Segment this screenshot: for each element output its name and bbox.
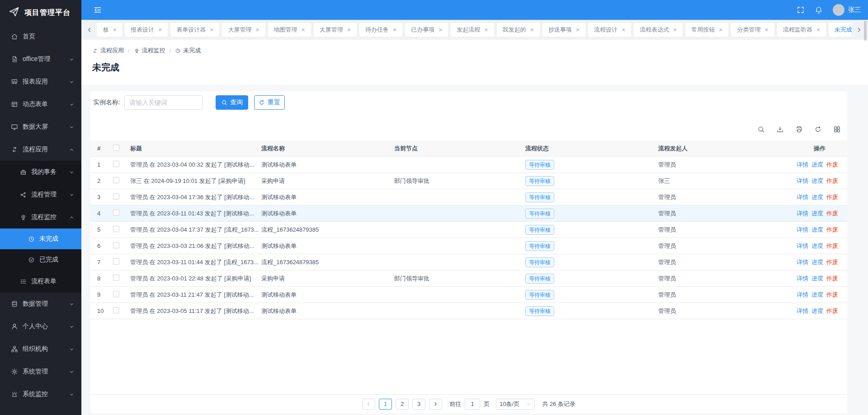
tab-13[interactable]: 常用按钮× xyxy=(685,23,728,37)
page-prev-button[interactable] xyxy=(362,399,375,410)
action-progress[interactable]: 进度 xyxy=(811,242,823,250)
sidebar-item-sys-monitor[interactable]: 系统监控 xyxy=(0,383,81,406)
reset-button[interactable]: 重置 xyxy=(254,95,285,110)
tab-14[interactable]: 分类管理× xyxy=(731,23,774,37)
tab-close-icon[interactable]: × xyxy=(347,27,351,33)
tab-3[interactable]: 大屏管理× xyxy=(222,23,265,37)
action-detail[interactable]: 详情 xyxy=(797,258,808,266)
action-progress[interactable]: 进度 xyxy=(811,161,823,169)
action-invalidate[interactable]: 作废 xyxy=(826,275,838,283)
tab-7[interactable]: 已办事项× xyxy=(405,23,448,37)
sidebar-item-flow-app[interactable]: 流程应用 xyxy=(0,138,81,161)
tabs-scroll-left-button[interactable] xyxy=(86,26,93,33)
sidebar-item-sys-manage[interactable]: 系统管理 xyxy=(0,360,81,383)
tab-close-icon[interactable]: × xyxy=(113,27,117,33)
action-invalidate[interactable]: 作废 xyxy=(826,210,838,218)
row-checkbox[interactable] xyxy=(113,242,119,248)
row-checkbox[interactable] xyxy=(113,177,119,183)
breadcrumb-item-0[interactable]: 流程应用 xyxy=(92,47,124,55)
sidebar-item-home[interactable]: 首页 xyxy=(0,25,81,48)
tab-9[interactable]: 我发起的× xyxy=(497,23,540,37)
sidebar-item-report-app[interactable]: 报表应用 xyxy=(0,70,81,93)
tab-11[interactable]: 流程设计× xyxy=(588,23,631,37)
row-checkbox[interactable] xyxy=(113,258,119,265)
tab-8[interactable]: 发起流程× xyxy=(451,23,494,37)
tab-0[interactable]: 板× xyxy=(97,23,122,37)
action-progress[interactable]: 进度 xyxy=(811,258,823,266)
tab-1[interactable]: 报表设计× xyxy=(125,23,168,37)
breadcrumb-item-2[interactable]: 未完成 xyxy=(175,47,201,55)
action-detail[interactable]: 详情 xyxy=(797,161,808,169)
tab-close-icon[interactable]: × xyxy=(439,27,442,33)
download-button[interactable] xyxy=(776,126,784,133)
action-detail[interactable]: 详情 xyxy=(797,307,808,315)
tab-5[interactable]: 大屏管理× xyxy=(314,23,357,37)
sidebar-item-personal-center[interactable]: 个人中心 xyxy=(0,315,81,338)
row-checkbox[interactable] xyxy=(113,210,119,216)
action-invalidate[interactable]: 作废 xyxy=(826,258,838,266)
notification-bell-button[interactable] xyxy=(815,6,823,14)
action-progress[interactable]: 进度 xyxy=(811,193,823,201)
action-detail[interactable]: 详情 xyxy=(797,275,808,283)
tab-close-icon[interactable]: × xyxy=(393,27,396,33)
tab-2[interactable]: 表单设计器× xyxy=(170,23,219,37)
page-next-button[interactable] xyxy=(429,399,442,410)
tab-close-icon[interactable]: × xyxy=(158,27,162,33)
sidebar-item-data-manage[interactable]: 数据管理 xyxy=(0,293,81,315)
tab-close-icon[interactable]: × xyxy=(210,27,213,33)
action-detail[interactable]: 详情 xyxy=(797,226,808,234)
row-checkbox[interactable] xyxy=(113,193,119,200)
row-checkbox[interactable] xyxy=(113,275,119,281)
sidebar-item-my-tasks[interactable]: 我的事务 xyxy=(0,161,81,183)
goto-page-input[interactable] xyxy=(465,399,480,410)
sidebar-item-unfinished[interactable]: 未完成 xyxy=(0,228,81,249)
sidebar-item-flow-form[interactable]: 流程表单 xyxy=(0,270,81,293)
action-detail[interactable]: 详情 xyxy=(797,193,808,201)
tab-close-icon[interactable]: × xyxy=(719,27,722,33)
tab-close-icon[interactable]: × xyxy=(673,27,677,33)
action-invalidate[interactable]: 作废 xyxy=(826,307,838,315)
action-invalidate[interactable]: 作废 xyxy=(826,242,838,250)
sidebar-item-flow-monitor[interactable]: 流程监控 xyxy=(0,206,81,228)
tab-close-icon[interactable]: × xyxy=(255,27,259,33)
action-progress[interactable]: 进度 xyxy=(811,226,823,234)
select-all-checkbox[interactable] xyxy=(113,145,119,151)
action-invalidate[interactable]: 作废 xyxy=(826,161,838,169)
tab-close-icon[interactable]: × xyxy=(576,27,580,33)
sidebar-item-office[interactable]: office管理 xyxy=(0,48,81,70)
query-button[interactable]: 查询 xyxy=(216,95,248,110)
fullscreen-button[interactable] xyxy=(797,6,805,14)
sidebar-item-data-screen[interactable]: 数据大屏 xyxy=(0,116,81,138)
tab-6[interactable]: 待办任务× xyxy=(359,23,402,37)
tab-16[interactable]: 未完成× xyxy=(829,23,852,37)
tab-10[interactable]: 抄送事项× xyxy=(542,23,585,37)
user-menu[interactable]: 张三 xyxy=(833,4,861,16)
sidebar-item-organization[interactable]: 组织机构 xyxy=(0,338,81,360)
action-invalidate[interactable]: 作废 xyxy=(826,193,838,201)
tab-15[interactable]: 流程监听器× xyxy=(777,23,826,37)
row-checkbox[interactable] xyxy=(113,307,119,313)
sidebar-item-finished[interactable]: 已完成 xyxy=(0,249,81,270)
row-checkbox[interactable] xyxy=(113,226,119,232)
action-progress[interactable]: 进度 xyxy=(811,291,823,299)
tab-close-icon[interactable]: × xyxy=(622,27,625,33)
breadcrumb-item-1[interactable]: 流程监控 xyxy=(134,47,165,55)
tab-12[interactable]: 流程表达式× xyxy=(634,23,683,37)
tab-close-icon[interactable]: × xyxy=(816,27,820,33)
search-input[interactable] xyxy=(124,95,203,110)
page-number-3[interactable]: 3 xyxy=(412,399,425,410)
printer-button[interactable] xyxy=(795,126,803,133)
action-invalidate[interactable]: 作废 xyxy=(826,226,838,234)
tab-4[interactable]: 地图管理× xyxy=(268,23,311,37)
grid-button[interactable] xyxy=(833,126,841,133)
tab-close-icon[interactable]: × xyxy=(484,27,488,33)
sidebar-item-flow-manage[interactable]: 流程管理 xyxy=(0,183,81,206)
refresh-button[interactable] xyxy=(814,126,822,133)
action-detail[interactable]: 详情 xyxy=(797,242,808,250)
action-invalidate[interactable]: 作废 xyxy=(826,291,838,299)
tab-close-icon[interactable]: × xyxy=(302,27,305,33)
action-detail[interactable]: 详情 xyxy=(797,210,808,218)
action-progress[interactable]: 进度 xyxy=(811,177,823,185)
page-size-select[interactable]: 10条/页 xyxy=(496,399,535,410)
search-button[interactable] xyxy=(757,126,765,133)
